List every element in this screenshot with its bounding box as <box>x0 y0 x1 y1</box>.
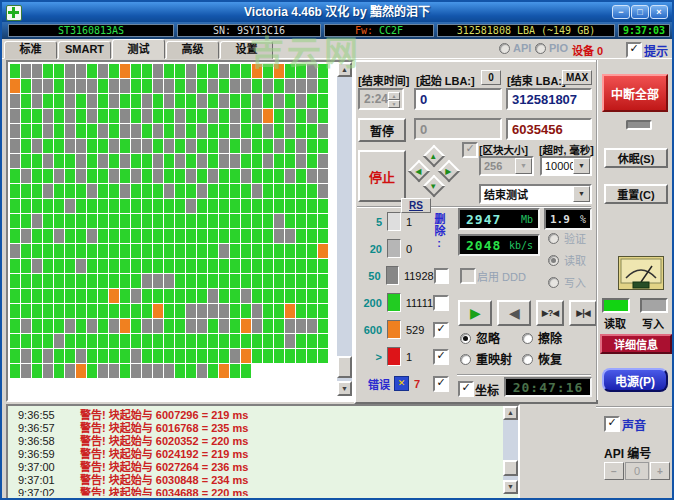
grid-cell <box>197 349 207 363</box>
grid-cell <box>307 139 317 153</box>
tab-标准[interactable]: 标准 <box>4 41 57 59</box>
grid-scroll-down-icon[interactable]: ▼ <box>337 381 352 396</box>
spinner-arrows[interactable]: ▲ ▼ <box>388 92 400 106</box>
legend-category-checkbox[interactable]: ✓ <box>433 349 449 365</box>
grid-cell <box>263 154 273 168</box>
api-plus-button[interactable]: + <box>650 462 670 480</box>
action-radio-button[interactable] <box>460 354 471 365</box>
seek-edge-button[interactable]: ▶|◀ <box>569 300 597 326</box>
api-minus-button[interactable]: − <box>604 462 624 480</box>
grid-cell <box>241 124 251 138</box>
tab-高级[interactable]: 高级 <box>166 41 219 59</box>
grid-cell <box>98 229 108 243</box>
grid-cell <box>219 139 229 153</box>
end-lba-input[interactable]: 312581807 <box>506 88 592 110</box>
action-radio-忽略[interactable]: 忽略 <box>460 332 522 346</box>
power-button[interactable]: 电源(P) <box>602 368 668 392</box>
close-button[interactable]: × <box>650 5 668 19</box>
spinner-down-icon[interactable]: ▼ <box>388 100 400 108</box>
start-lba-input[interactable]: 0 <box>414 88 502 110</box>
log-message: 警告! 块起始与 6034688 = 220 ms <box>80 487 248 496</box>
grid-cell <box>21 304 31 318</box>
grid-cell <box>87 139 97 153</box>
action-radio-恢复[interactable]: 恢复 <box>522 353 590 367</box>
grid-cell <box>230 214 240 228</box>
action-radio-重映射[interactable]: 重映射 <box>460 353 522 367</box>
stop-button[interactable]: 停止 <box>358 150 406 202</box>
end-time-value: 2:24 <box>364 92 388 106</box>
abort-all-button[interactable]: 中断全部 <box>602 74 668 112</box>
after-test-combo[interactable]: 结束测试 ▼ <box>479 184 592 204</box>
legend-category-checkbox[interactable] <box>433 295 449 311</box>
action-radio-button[interactable] <box>522 333 533 344</box>
grid-scroll-thumb[interactable] <box>337 356 352 378</box>
minimize-button[interactable]: − <box>612 5 630 19</box>
legend-category-checkbox[interactable]: ✓ <box>433 376 449 392</box>
dropdown-icon[interactable]: ▼ <box>573 186 590 202</box>
grid-cell <box>208 169 218 183</box>
grid-cell <box>186 169 196 183</box>
grid-scroll-up-icon[interactable]: ▲ <box>337 62 352 77</box>
max-lba-button[interactable]: MAX <box>562 70 592 85</box>
legend-category-checkbox[interactable]: ✓ <box>433 322 449 338</box>
grid-cell <box>307 169 317 183</box>
log-scrollbar[interactable]: ▲ ▼ <box>503 406 518 494</box>
reset-button[interactable]: 重置(C) <box>604 184 668 204</box>
grid-cell <box>98 64 108 78</box>
end-time-spinner[interactable]: 2:24 ▲ ▼ <box>358 88 404 110</box>
action-radio-button[interactable] <box>460 333 471 344</box>
action-radio-擦除[interactable]: 擦除 <box>522 332 590 346</box>
action-radio-label: 忽略 <box>476 332 500 346</box>
tab-测试[interactable]: 测试 <box>112 39 165 59</box>
grid-cell <box>32 349 42 363</box>
tab-设置[interactable]: 设置 <box>220 41 273 59</box>
action-radio-button[interactable] <box>522 354 533 365</box>
log-scroll-down-icon[interactable]: ▼ <box>503 480 518 494</box>
log-scroll-thumb[interactable] <box>503 460 518 476</box>
grid-cell <box>197 64 207 78</box>
api-radio[interactable] <box>499 43 510 54</box>
step-back-button[interactable]: ◀ <box>497 300 531 326</box>
grid-cell <box>241 94 251 108</box>
drive-serial: SN: 9SY13C16 <box>177 24 321 37</box>
grid-scrollbar[interactable]: ▲ ▼ <box>337 62 352 396</box>
sound-checkbox[interactable]: ✓ <box>604 416 620 432</box>
details-button[interactable]: 详细信息 <box>600 334 672 354</box>
grid-cell <box>230 334 240 348</box>
grid-cell <box>274 349 284 363</box>
timeout-combo[interactable]: 10000 ▼ <box>540 156 592 176</box>
grid-cell <box>109 64 119 78</box>
hint-checkbox[interactable]: ✓ <box>626 42 642 58</box>
grid-cell <box>274 64 284 78</box>
zero-lba-button[interactable]: 0 <box>481 70 501 85</box>
seek-question-button[interactable]: ▶?◀ <box>536 300 564 326</box>
grid-cell <box>175 319 185 333</box>
play-button[interactable]: ▶ <box>458 300 492 326</box>
grid-cell <box>54 244 64 258</box>
title-bar[interactable]: Victoria 4.46b 汉化 by 黯然的泪下 − □ × <box>2 2 672 22</box>
maximize-button[interactable]: □ <box>631 5 649 19</box>
grid-cell <box>131 169 141 183</box>
spinner-up-icon[interactable]: ▲ <box>388 92 400 100</box>
grid-cell <box>142 199 152 213</box>
log-scroll-up-icon[interactable]: ▲ <box>503 406 518 420</box>
grid-cell <box>197 289 207 303</box>
grid-cell <box>296 94 306 108</box>
coordinates-checkbox[interactable]: ✓ <box>458 381 474 397</box>
grid-cell <box>186 94 196 108</box>
tab-SMART[interactable]: SMART <box>58 41 111 59</box>
pio-radio[interactable] <box>535 43 546 54</box>
grid-cell <box>197 334 207 348</box>
grid-cell <box>274 229 284 243</box>
sleep-button[interactable]: 休眠(S) <box>604 148 668 168</box>
grid-cell <box>186 334 196 348</box>
legend-count: 1 <box>406 351 433 363</box>
dropdown-icon[interactable]: ▼ <box>573 158 590 174</box>
grid-cell <box>252 259 262 273</box>
grid-cell <box>43 199 53 213</box>
grid-cell <box>241 304 251 318</box>
panel-divider <box>596 406 674 407</box>
pause-button[interactable]: 暂停 <box>358 118 406 142</box>
log-panel: 9:36:55警告! 块起始与 6007296 = 219 ms9:36:57警… <box>6 404 520 500</box>
grid-cell <box>230 304 240 318</box>
